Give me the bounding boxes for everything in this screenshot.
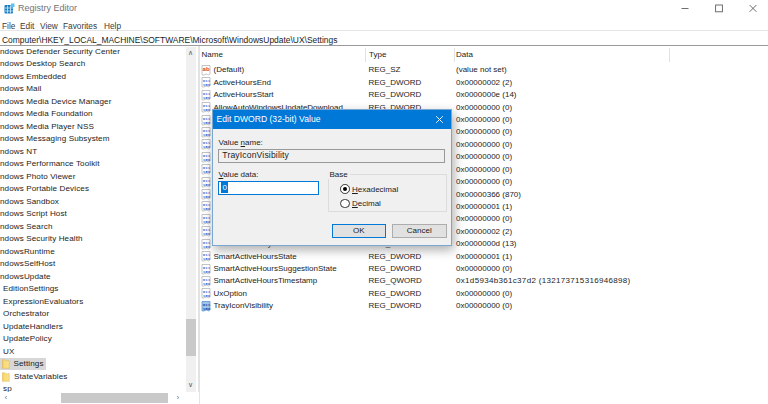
svg-text:150: 150 xyxy=(203,219,211,223)
svg-text:150: 150 xyxy=(203,120,211,124)
svg-text:150: 150 xyxy=(203,195,211,199)
svg-text:150: 150 xyxy=(203,83,211,87)
svg-text:150: 150 xyxy=(203,170,211,174)
svg-text:150: 150 xyxy=(203,132,211,136)
svg-text:150: 150 xyxy=(203,269,211,273)
svg-text:150: 150 xyxy=(203,294,211,298)
svg-text:150: 150 xyxy=(203,257,211,261)
svg-text:ab: ab xyxy=(203,66,210,72)
svg-text:150: 150 xyxy=(203,306,211,310)
svg-text:150: 150 xyxy=(203,145,211,149)
svg-text:150: 150 xyxy=(203,95,211,99)
svg-text:150: 150 xyxy=(203,108,211,112)
svg-text:150: 150 xyxy=(203,244,211,248)
svg-text:150: 150 xyxy=(203,207,211,211)
svg-text:150: 150 xyxy=(203,182,211,186)
svg-text:150: 150 xyxy=(203,232,211,236)
svg-text:150: 150 xyxy=(203,157,211,161)
svg-text:150: 150 xyxy=(203,281,211,285)
